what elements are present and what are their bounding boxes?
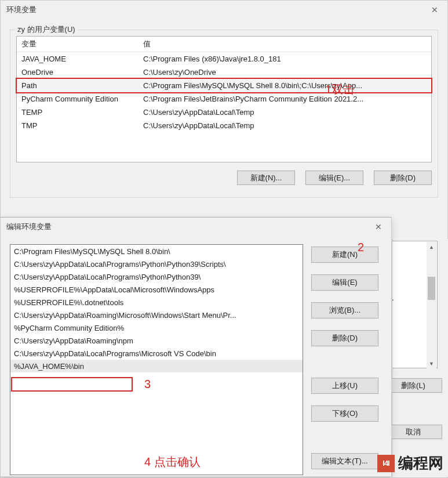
system-vars-list-fragment[interactable]: ▲ ▼ ;C:\W... xyxy=(392,241,438,368)
cell-var-name: JAVA_HOME xyxy=(21,55,143,63)
edit-text-button[interactable]: 编辑文本(T)... xyxy=(311,453,378,469)
delete-button[interactable]: 删除(D) xyxy=(374,171,432,185)
list-item-java-home[interactable]: %JAVA_HOME%\bin xyxy=(10,360,303,372)
list-item[interactable]: C:\Users\zy\AppData\Local\Programs\Pytho… xyxy=(10,258,303,270)
table-row[interactable]: TMP C:\Users\zy\AppData\Local\Temp xyxy=(17,119,431,132)
edit-button[interactable]: 编辑(E) xyxy=(311,274,378,291)
header-variable[interactable]: 变量 xyxy=(21,39,143,49)
new-button[interactable]: 新建(N)... xyxy=(237,171,295,185)
cell-var-name: Path xyxy=(21,81,143,90)
list-item[interactable]: C:\Users\zy\AppData\Roaming\Microsoft\Wi… xyxy=(10,309,303,321)
table-row[interactable]: PyCharm Community Edition C:\Program Fil… xyxy=(17,92,431,106)
table-header: 变量 值 xyxy=(17,37,431,52)
scrollbar-thumb[interactable] xyxy=(428,277,435,300)
cell-var-value: C:\Users\zy\OneDrive xyxy=(143,68,427,77)
table-row[interactable]: TEMP C:\Users\zy\AppData\Local\Temp xyxy=(17,106,431,119)
edit-dialog-buttons: 新建(N) 编辑(E) 浏览(B)... 删除(D) 上移(U) 下移(O) 编… xyxy=(311,244,378,475)
user-vars-table[interactable]: 变量 值 JAVA_HOME C:\Program Files (x86)\Ja… xyxy=(16,36,432,162)
cell-var-value: C:\Users\zy\AppData\Local\Temp xyxy=(143,108,427,117)
move-down-button[interactable]: 下移(O) xyxy=(311,405,378,422)
edit-button[interactable]: 编辑(E)... xyxy=(305,171,363,185)
cell-var-name: TEMP xyxy=(21,108,143,117)
sys-cancel-button[interactable]: 取消 xyxy=(384,425,442,439)
main-titlebar: 环境变量 ✕ xyxy=(1,1,447,19)
cell-var-name: TMP xyxy=(21,121,143,130)
system-vars-partial: ▲ ▼ ;C:\W... 删除(L) 取消 xyxy=(392,239,448,477)
sys-delete-button[interactable]: 删除(L) xyxy=(384,378,442,393)
edit-titlebar: 编辑环境变量 ✕ xyxy=(1,218,391,236)
cell-var-value: C:\Program Files (x86)\Java\jre1.8.0_181 xyxy=(143,55,427,63)
cell-var-value: C:\Program Files\JetBrains\PyCharm Commu… xyxy=(143,95,427,103)
list-item[interactable]: C:\Users\zy\AppData\Local\Programs\Pytho… xyxy=(10,270,303,283)
cell-var-name: PyCharm Community Edition xyxy=(21,95,143,103)
list-item[interactable]: %PyCharm Community Edition% xyxy=(10,321,303,334)
scroll-down-icon[interactable]: ▼ xyxy=(427,358,436,368)
cell-var-name: OneDrive xyxy=(21,68,143,77)
edit-env-var-dialog: 编辑环境变量 ✕ C:\Program Files\MySQL\MySQL Sh… xyxy=(0,217,392,477)
list-item[interactable]: C:\Users\zy\AppData\Local\Programs\Micro… xyxy=(10,347,303,360)
browse-button[interactable]: 浏览(B)... xyxy=(311,302,378,318)
user-vars-button-row: 新建(N)... 编辑(E)... 删除(D) xyxy=(16,171,432,185)
path-entries-list[interactable]: C:\Program Files\MySQL\MySQL Shell 8.0\b… xyxy=(10,244,303,475)
list-item[interactable]: C:\Users\zy\AppData\Roaming\npm xyxy=(10,334,303,347)
table-row[interactable]: OneDrive C:\Users\zy\OneDrive xyxy=(17,66,431,79)
scroll-up-icon[interactable]: ▲ xyxy=(427,242,436,252)
table-row[interactable]: JAVA_HOME C:\Program Files (x86)\Java\jr… xyxy=(17,52,431,66)
list-item[interactable]: C:\Program Files\MySQL\MySQL Shell 8.0\b… xyxy=(10,245,303,258)
move-up-button[interactable]: 上移(U) xyxy=(311,378,378,394)
main-title: 环境变量 xyxy=(6,5,37,15)
user-vars-group: zy 的用户变量(U) 变量 值 JAVA_HOME C:\Program Fi… xyxy=(10,30,438,198)
header-value[interactable]: 值 xyxy=(143,39,427,49)
list-item[interactable]: %USERPROFILE%\.dotnet\tools xyxy=(10,296,303,309)
user-vars-group-title: zy 的用户变量(U) xyxy=(15,24,78,35)
close-icon[interactable]: ✕ xyxy=(370,221,387,233)
close-icon[interactable]: ✕ xyxy=(427,4,443,16)
new-button[interactable]: 新建(N) xyxy=(311,247,378,263)
edit-dialog-title: 编辑环境变量 xyxy=(6,222,52,232)
cell-var-value: C:\Users\zy\AppData\Local\Temp xyxy=(143,121,427,130)
edit-dialog-body: C:\Program Files\MySQL\MySQL Shell 8.0\b… xyxy=(1,236,391,478)
scrollbar[interactable]: ▲ ▼ xyxy=(427,242,436,368)
list-item[interactable]: %USERPROFILE%\AppData\Local\Microsoft\Wi… xyxy=(10,283,303,296)
table-row-path[interactable]: Path C:\Program Files\MySQL\MySQL Shell … xyxy=(17,79,431,92)
delete-button[interactable]: 删除(D) xyxy=(311,330,378,346)
cell-var-value: C:\Program Files\MySQL\MySQL Shell 8.0\b… xyxy=(143,81,427,90)
